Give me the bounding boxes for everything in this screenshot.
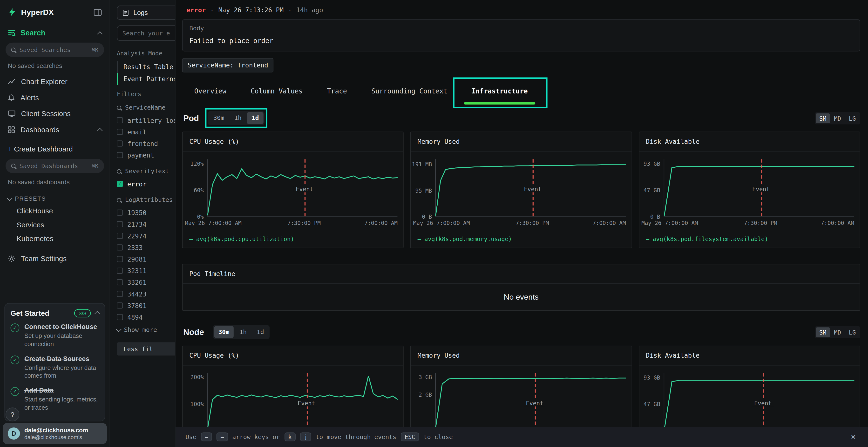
checkbox[interactable]: [117, 303, 123, 309]
checkbox[interactable]: [117, 152, 123, 158]
dashboards-icon: [8, 126, 15, 133]
pod-time-range-group: 30m1h1d: [208, 111, 265, 125]
get-started-card: Get Started 3/3 ✓ Connect to ClickHouse …: [4, 303, 105, 421]
chevron-up-icon: [94, 311, 100, 317]
checkbox[interactable]: [117, 291, 123, 297]
checkbox[interactable]: [117, 279, 123, 285]
key-arrow-right: →: [217, 432, 228, 441]
chart-title: Memory Used: [411, 346, 631, 365]
check-circle-icon: ✓: [10, 355, 20, 364]
checkbox[interactable]: [117, 233, 123, 239]
saved-dashboards-input[interactable]: Saved Dashboards ⌘K: [5, 159, 104, 173]
event-marker-label: Event: [522, 185, 544, 192]
get-started-item[interactable]: ✓ Connect to ClickHouse Set up your data…: [10, 323, 99, 348]
no-saved-dashboards-text: No saved dashboards: [0, 175, 110, 190]
sidebar-item-dashboards[interactable]: Dashboards: [0, 122, 110, 138]
chart-size-button[interactable]: SM: [816, 327, 830, 337]
chart-legend: —avg(k8s.pod.filesystem.available): [639, 232, 860, 248]
pod-memory-chart[interactable]: 191 MB95 MB0 BEventMay 26 7:00:00 AM7:30…: [411, 155, 631, 232]
servicename-chip[interactable]: ServiceName: frontend: [182, 58, 274, 72]
pod-chart-size-group: SMMDLG: [815, 112, 860, 124]
hyperdx-logo-icon: [8, 8, 17, 16]
close-icon[interactable]: ×: [849, 431, 858, 443]
search-icon: [11, 47, 16, 52]
key-esc: ESC: [401, 432, 419, 441]
severity-label: error: [187, 6, 206, 14]
sidebar: HyperDX Search Saved Searches ⌘K No save…: [0, 0, 110, 447]
event-details-drawer: error · May 26 7:13:26 PM · 14h ago Body…: [175, 0, 868, 447]
legend-dash-icon: —: [189, 236, 193, 242]
body-label: Body: [189, 25, 853, 32]
detail-tab[interactable]: Trace: [315, 82, 359, 100]
search-icon: [117, 105, 121, 110]
detail-tab[interactable]: Infrastructure: [460, 82, 540, 100]
sidebar-item-alerts[interactable]: Alerts: [0, 90, 110, 106]
checkbox[interactable]: [117, 314, 123, 320]
pod-timeline-title: Pod Timeline: [183, 264, 860, 283]
event-marker-label: Event: [296, 400, 317, 406]
sidebar-item-team-settings[interactable]: Team Settings: [0, 245, 110, 271]
detail-tab[interactable]: Column Values: [239, 82, 315, 100]
gear-icon: [8, 254, 16, 262]
event-header: error · May 26 7:13:26 PM · 14h ago: [182, 5, 860, 20]
detail-tab[interactable]: Surrounding Context: [359, 82, 460, 100]
chart-size-button[interactable]: SM: [816, 113, 830, 123]
checkbox[interactable]: [117, 117, 123, 123]
legend-dash-icon: —: [646, 236, 650, 242]
search-section-icon: [8, 29, 16, 37]
pod-disk-chart-panel: Disk Available 93 GB47 GB0 BEventMay 26 …: [639, 132, 860, 248]
bell-icon: [8, 94, 15, 101]
get-started-item[interactable]: ✓ Add Data Start sending logs, metrics, …: [10, 387, 99, 412]
checkbox[interactable]: [117, 129, 123, 135]
help-button[interactable]: ?: [5, 408, 19, 421]
sidebar-item-chart-explorer[interactable]: Chart Explorer: [0, 73, 110, 90]
get-started-header[interactable]: Get Started 3/3: [10, 309, 99, 317]
time-range-button[interactable]: 30m: [209, 112, 228, 124]
pod-disk-chart[interactable]: 93 GB47 GB0 BEventMay 26 7:00:00 AM7:30:…: [639, 155, 860, 232]
checkbox[interactable]: ✓: [117, 181, 123, 187]
checkbox[interactable]: [117, 244, 123, 250]
presets-list: ClickHouseServicesKubernetes: [0, 204, 110, 245]
time-range-button[interactable]: 1h: [235, 326, 251, 338]
preset-item[interactable]: Kubernetes: [0, 232, 110, 245]
chart-size-button[interactable]: LG: [845, 327, 859, 337]
time-range-button[interactable]: 1h: [230, 112, 246, 124]
saved-searches-input[interactable]: Saved Searches ⌘K: [5, 43, 104, 57]
checkbox[interactable]: [117, 221, 123, 227]
shortcut-hint: ⌘K: [92, 163, 99, 169]
chart-size-button[interactable]: MD: [831, 327, 844, 337]
no-saved-searches-text: No saved searches: [0, 59, 110, 74]
avatar: D: [8, 427, 20, 440]
sidebar-item-search[interactable]: Search: [0, 22, 110, 41]
user-menu[interactable]: D dale@clickhouse.com dale@clickhouse.co…: [3, 423, 107, 444]
check-circle-icon: ✓: [10, 387, 20, 396]
monitor-icon: [8, 110, 16, 117]
event-marker-label: Event: [524, 400, 546, 406]
search-icon: [117, 198, 121, 202]
search-icon: [11, 164, 16, 168]
search-icon: [117, 169, 121, 173]
get-started-item[interactable]: ✓ Create Data Sources Configure where yo…: [10, 355, 99, 380]
collapse-sidebar-icon[interactable]: [94, 9, 102, 16]
checkbox[interactable]: [117, 209, 123, 215]
preset-item[interactable]: ClickHouse: [0, 204, 110, 218]
detail-tab[interactable]: Overview: [182, 82, 239, 100]
event-marker-label: Event: [750, 185, 772, 192]
chart-size-button[interactable]: MD: [831, 113, 844, 123]
time-range-button[interactable]: 1d: [252, 326, 268, 338]
chart-legend: —avg(k8s.pod.cpu.utilization): [183, 232, 403, 248]
pod-cpu-chart[interactable]: 120%60%0%EventMay 26 7:00:00 AM7:30:00 P…: [183, 155, 403, 232]
chart-size-button[interactable]: LG: [845, 113, 859, 123]
get-started-progress-badge: 3/3: [74, 309, 91, 317]
time-range-button[interactable]: 1d: [247, 112, 263, 124]
checkbox[interactable]: [117, 256, 123, 262]
checkbox[interactable]: [117, 268, 123, 274]
presets-toggle[interactable]: PRESETS: [0, 190, 110, 204]
chevron-up-icon: [97, 128, 103, 133]
preset-item[interactable]: Services: [0, 218, 110, 232]
sidebar-item-client-sessions[interactable]: Client Sessions: [0, 106, 110, 122]
checkbox[interactable]: [117, 140, 123, 146]
time-range-button[interactable]: 30m: [214, 326, 234, 338]
body-text: Failed to place order: [189, 37, 853, 45]
create-dashboard-button[interactable]: + Create Dashboard: [0, 140, 110, 158]
